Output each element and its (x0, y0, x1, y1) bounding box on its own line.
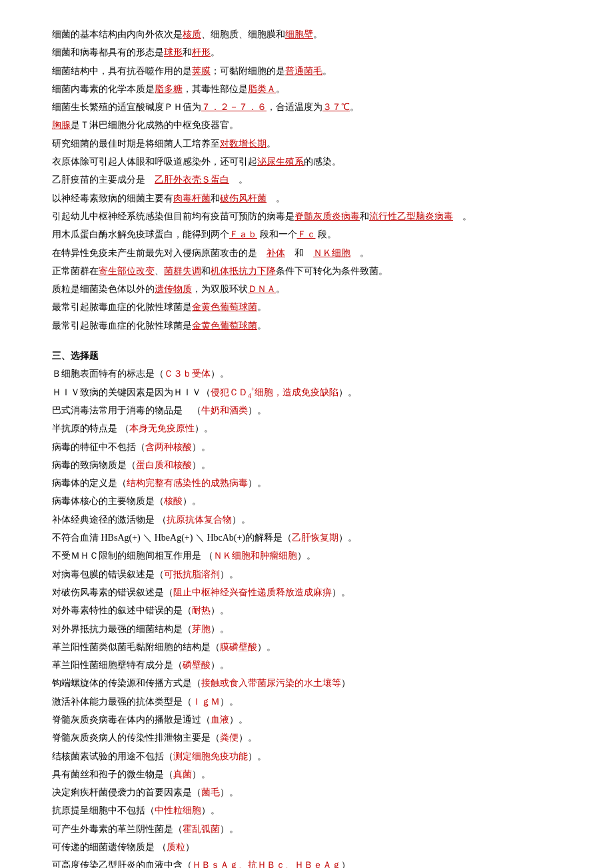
mc-line: 病毒体的定义是（结构完整有感染性的成熟病毒）。 (52, 474, 561, 492)
text-segment: 。 (267, 139, 276, 149)
text-segment: 。 (211, 47, 220, 57)
choice-answer: 可抵抗脂溶剂 (164, 569, 220, 579)
text-segment: 、 (155, 266, 164, 276)
mc-line: 革兰阳性菌类似菌毛黏附细胞的结构是（膜磷壁酸）。 (52, 638, 561, 656)
text-segment: 、细胞质、细胞膜和 (201, 29, 285, 39)
text-segment: 不受ＭＨＣ限制的细胞间相互作用是 （ (52, 551, 213, 561)
text-segment: 引起幼儿中枢神经系统感染但目前均有疫苗可预防的病毒是 (52, 211, 295, 221)
text-segment: 病毒的致病物质是（ (52, 460, 136, 470)
text-segment: 和 (183, 47, 192, 57)
text-segment: ）。 (192, 442, 211, 452)
text-segment: 。 (350, 102, 359, 112)
mc-line: 可传递的细菌遗传物质是 （质粒） (52, 838, 561, 856)
text-segment: 。 (322, 66, 332, 76)
mc-line: 钩端螺旋体的传染源和传播方式是（接触或食入带菌尿污染的水土壤等） (52, 674, 561, 692)
choice-answer: 本身无免疫原性 (129, 423, 195, 433)
text-segment: 可传递的细菌遗传物质是 （ (52, 842, 167, 852)
text-segment: ）。 (211, 605, 229, 615)
mc-line: Ｂ细胞表面特有的标志是（Ｃ３ｂ受体）。 (52, 365, 561, 383)
text-segment: 不符合血清 HBsAg(+) ＼ HbeAg(+) ＼ HbcAb(+)的解释是… (52, 533, 292, 543)
text-segment: ）。 (297, 551, 316, 561)
blank-answer: 流行性乙型脑炎病毒 (369, 211, 453, 221)
text-segment: 乙肝疫苗的主要成分是 (52, 175, 155, 185)
fill-line: 在特异性免疫未产生前最先对入侵病原菌攻击的是 补体 和 ＮＫ细胞 。 (52, 244, 561, 262)
text-segment: 细菌和病毒都具有的形态是 (52, 47, 164, 57)
text-segment: 。 (276, 284, 285, 294)
choice-answer: ＨＢｓＡｇ、抗ＨＢｃ、ＨＢｅＡｇ (192, 860, 341, 868)
mc-line: 巴式消毒法常用于消毒的物品是 （牛奶和酒类）。 (52, 401, 561, 419)
text-segment: ）。 (183, 496, 201, 506)
text-segment: ；可黏附细胞的是 (211, 66, 285, 76)
fill-line: 胸腺是Ｔ淋巴细胞分化成熟的中枢免疫器官。 (52, 116, 561, 134)
text-segment: 和 (211, 193, 220, 203)
text-segment: 在特异性免疫未产生前最先对入侵病原菌攻击的是 (52, 248, 267, 258)
blank-answer: 金黄色葡萄球菌 (192, 321, 257, 331)
mc-line: ＨＩＶ致病的关键因素是因为ＨＩＶ（侵犯ＣＤ4+细胞，造成免疫缺陷）。 (52, 383, 561, 401)
choice-answer: 接触或食入带菌尿污染的水土壤等 (201, 678, 341, 688)
text-segment: 钩端螺旋体的传染源和传播方式是（ (52, 678, 201, 688)
choice-answer: 粪便 (220, 733, 239, 743)
text-segment: 对病毒包膜的错误叙述是（ (52, 569, 164, 579)
blank-answer: Ｆａｂ (229, 229, 257, 239)
fill-line: 细菌和病毒都具有的形态是球形和杆形。 (52, 43, 561, 61)
text-segment: 。 (453, 211, 472, 221)
text-segment: ）。 (211, 624, 229, 634)
fill-line: 正常菌群在寄生部位改变、菌群失调和机体抵抗力下降条件下可转化为条件致菌。 (52, 262, 561, 280)
choice-answer: 侵犯ＣＤ (211, 387, 248, 397)
text-segment: 半抗原的特点是 （ (52, 423, 129, 433)
text-segment: 细菌的基本结构由内向外依次是 (52, 29, 183, 39)
text-segment: 革兰阳性菌细胞壁特有成分是（ (52, 660, 183, 670)
mc-line: 病毒的特征中不包括（含两种核酸）。 (52, 438, 561, 456)
blank-answer: 金黄色葡萄球菌 (192, 302, 257, 312)
blank-answer: ３７℃ (322, 102, 350, 112)
text-segment: ，合适温度为 (267, 102, 322, 112)
text-segment: 是Ｔ淋巴细胞分化成熟的中枢免疫器官。 (71, 120, 239, 130)
text-segment: 对外毒素特性的叙述中错误的是（ (52, 605, 192, 615)
mc-line: 激活补体能力最强的抗体类型是（ＩｇＭ）。 (52, 693, 561, 711)
text-segment: 。 (229, 175, 248, 185)
blank-answer: 寄生部位改变 (99, 266, 155, 276)
blank-answer: 遗传物质 (155, 284, 192, 294)
fill-line: 细菌结构中，具有抗吞噬作用的是荚膜；可黏附细胞的是普通菌毛。 (52, 62, 561, 80)
choice-answer: 耐热 (192, 605, 211, 615)
text-segment: 细菌内毒素的化学本质是 (52, 84, 155, 94)
choice-answer: 蛋白质和核酸 (136, 460, 192, 470)
text-segment: 段。 (316, 229, 337, 239)
text-segment: ）。 (239, 733, 257, 743)
choice-answer: ＩｇＭ (192, 697, 220, 707)
mc-line: 病毒体核心的主要物质是（核酸）。 (52, 492, 561, 510)
choice-answer: 牛奶和酒类 (201, 405, 248, 415)
text-segment: 细菌结构中，具有抗吞噬作用的是 (52, 66, 192, 76)
text-segment: 。 (257, 302, 267, 312)
text-segment: 和 (201, 266, 211, 276)
blank-answer: 杆形 (192, 47, 211, 57)
fill-line: 最常引起脓毒血症的化脓性球菌是金黄色葡萄球菌。 (52, 317, 561, 335)
choice-answer: 抗原抗体复合物 (167, 515, 232, 525)
section-heading: 三、选择题 (52, 347, 561, 365)
blank-answer: 对数增长期 (220, 139, 267, 149)
mc-line: 病毒的致病物质是（蛋白质和核酸）。 (52, 456, 561, 474)
blank-answer: 肉毒杆菌 (173, 193, 211, 203)
mc-line: 不受ＭＨＣ限制的细胞间相互作用是 （ＮＫ细胞和肿瘤细胞）。 (52, 547, 561, 565)
blank-answer: ＮＫ细胞 (313, 248, 350, 258)
text-segment: 研究细菌的最佳时期是将细菌人工培养至 (52, 139, 220, 149)
text-segment: 最常引起脓毒血症的化脓性球菌是 (52, 321, 192, 331)
mc-line: 革兰阳性菌细胞壁特有成分是（磷壁酸）。 (52, 656, 561, 674)
choice-answer: 细胞，造成免疫缺陷 (255, 387, 338, 397)
blank-answer: 脂多糖 (155, 84, 183, 94)
fill-line: 研究细菌的最佳时期是将细菌人工培养至对数增长期。 (52, 135, 561, 153)
fill-line: 以神经毒素致病的细菌主要有肉毒杆菌和破伤风杆菌 。 (52, 189, 561, 207)
mc-line: 脊髓灰质炎病毒在体内的播散是通过（血液）。 (52, 711, 561, 729)
choice-answer: 质粒 (167, 842, 185, 852)
blank-answer: 破伤风杆菌 (220, 193, 267, 203)
text-segment: 脊髓灰质炎病人的传染性排泄物主要是（ (52, 733, 220, 743)
mc-line: 决定痢疾杆菌侵袭力的首要因素是（菌毛）。 (52, 783, 561, 801)
fill-line: 质粒是细菌染色体以外的遗传物质，为双股环状ＤＮＡ。 (52, 280, 561, 298)
fill-line: 细菌的基本结构由内向外依次是核质、细胞质、细胞膜和细胞壁。 (52, 25, 561, 43)
text-segment: ）。 (338, 533, 357, 543)
blank-answer: 菌群失调 (164, 266, 201, 276)
mc-line: 结核菌素试验的用途不包括（测定细胞免疫功能）。 (52, 747, 561, 765)
fill-in-blank-section: 细菌的基本结构由内向外依次是核质、细胞质、细胞膜和细胞壁。细菌和病毒都具有的形态… (52, 25, 561, 335)
multiple-choice-section: Ｂ细胞表面特有的标志是（Ｃ３ｂ受体）。ＨＩＶ致病的关键因素是因为ＨＩＶ（侵犯ＣＤ… (52, 365, 561, 868)
fill-line: 用木瓜蛋白酶水解免疫球蛋白，能得到两个Ｆａｂ 段和一个Ｆｃ 段。 (52, 225, 561, 243)
